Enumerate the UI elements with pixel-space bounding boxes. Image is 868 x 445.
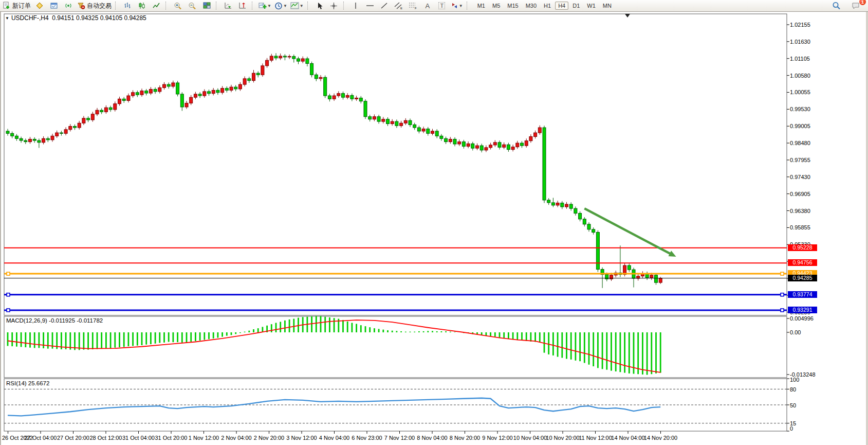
toolbar-separator [216,2,219,10]
terminal-window-icon [50,2,58,9]
time-axis-label: 27 Oct 20:00 [57,435,89,441]
candle-body [15,136,18,138]
candle-body [324,77,327,96]
trendline-button[interactable] [377,0,392,11]
candle-body [561,203,564,207]
timeframe-M30-button[interactable]: M30 [523,2,540,10]
rsi-scale-label: 80 [790,386,796,393]
autotrade-label: 自动交易 [87,2,112,10]
candle-body [373,117,376,119]
candle-body [109,108,112,110]
rsi-scale-label: 0 [790,425,793,432]
candle-body [288,57,291,57]
chart-title: ▼USDCHF-,H4 0.94151 0.94325 0.94105 0.94… [5,14,146,22]
candle-body [574,208,577,213]
timeframe-M15-button[interactable]: M15 [504,2,521,10]
timeframe-M5-button[interactable]: M5 [489,2,503,10]
auto-scroll-icon [224,2,232,9]
candle-body [569,204,572,208]
rsi-indicator-label: RSI(14) 25.6672 [6,380,49,386]
candlestick-chart-button[interactable] [135,0,149,11]
indicators-button[interactable]: ▼ [257,0,273,11]
candle-body [458,142,461,144]
candle-body [136,93,139,95]
time-axis-label: 14 Nov 20:00 [644,435,677,441]
bar-chart-button[interactable] [120,0,135,11]
zoom-out-button[interactable] [185,0,199,11]
candle-body [413,124,416,128]
arrows-button[interactable]: ▼ [449,0,465,11]
autotrade-button[interactable]: 自动交易 [76,0,113,11]
time-axis-label: 27 Oct 04:00 [25,435,57,441]
toolbar-separator [115,2,119,10]
candle-body [342,94,345,98]
template-chart-icon [290,2,299,9]
timeframe-MN-button[interactable]: MN [600,2,615,10]
notifications-button[interactable]: 1 [848,0,863,11]
auto-scroll-button[interactable] [221,0,235,11]
macd-name: MACD(12,26,9) [6,317,47,324]
candle-body [525,141,528,146]
crosshair-button[interactable] [327,0,341,11]
templates-button[interactable]: ▼ [289,0,305,11]
search-button[interactable] [829,0,843,11]
candle-body [417,128,420,131]
tile-windows-button[interactable] [199,0,214,11]
timeframe-H4-button[interactable]: H4 [555,2,568,10]
line-chart-button[interactable] [149,0,163,11]
zoom-in-button[interactable] [171,0,185,11]
candle-body [145,91,148,93]
candle-body [445,138,448,141]
candle-body [283,56,286,57]
new-order-button[interactable]: 新订单 [1,0,32,11]
text-label-button[interactable]: T [435,0,449,11]
timeframe-W1-button[interactable]: W1 [584,2,599,10]
vertical-line-button[interactable] [348,0,363,11]
equidistant-channel-button[interactable]: E [392,0,406,11]
horizontal-line-button[interactable] [363,0,377,11]
timeframe-toolbar: M1M5M15M30H1H4D1W1MN [474,2,615,10]
chart-shift-marker[interactable] [625,14,630,17]
fibonacci-button[interactable]: F [406,0,420,11]
candle-body [391,121,394,123]
terminal-button[interactable] [47,0,61,11]
candle-body [185,103,188,107]
symbol-dropdown-arrow[interactable]: ▼ [5,16,9,21]
candle-body [100,110,103,112]
timeframe-M1-button[interactable]: M1 [474,2,488,10]
timeframe-D1-button[interactable]: D1 [569,2,583,10]
candle-body [547,200,550,203]
price-tick-label: 0.95855 [790,224,810,230]
signals-button[interactable] [61,0,76,11]
candle-body [337,94,340,96]
price-line-badge: 0.95228 [788,244,817,251]
candle-body [163,84,166,87]
price-line-badge: 0.93774 [788,291,817,298]
candle-body [543,128,546,200]
text-button[interactable]: A [420,0,435,11]
time-axis-label: 8 Nov 20:00 [450,435,480,441]
candle-body [498,143,501,147]
rsi-value: 25.6672 [28,380,50,386]
candle-body [359,98,362,101]
candle-body [20,138,23,140]
chart-canvas[interactable] [1,12,866,445]
macd-indicator-label: MACD(12,26,9) -0.011925 -0.011782 [6,317,103,324]
candle-body [91,114,94,120]
gold-button[interactable] [32,0,47,11]
candle-body [453,139,456,144]
cursor-button[interactable] [312,0,327,11]
time-axis-label: 8 Nov 04:00 [417,435,447,441]
periods-button[interactable]: ▼ [273,0,289,11]
candle-body [78,123,81,128]
notification-badge[interactable]: 1 [859,0,866,5]
candle-body [64,130,67,134]
timeframe-H1-button[interactable]: H1 [541,2,554,10]
candle-body [471,144,474,148]
chart-shift-button[interactable] [235,0,250,11]
price-tick-label: 0.97430 [790,174,810,180]
candle-body [87,118,90,120]
candle-body [556,203,559,205]
price-tick-label: 0.99530 [790,106,810,112]
candle-body [167,84,170,86]
